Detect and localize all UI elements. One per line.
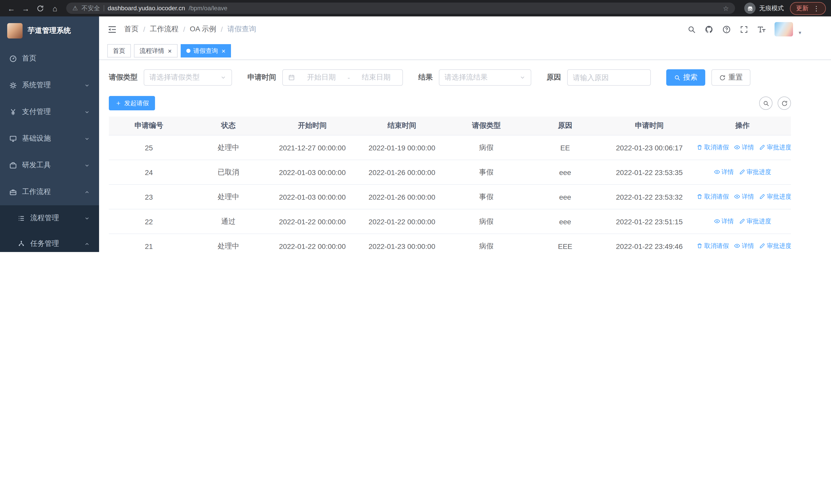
- reason-cell: eee: [525, 217, 605, 226]
- reload-icon[interactable]: [36, 4, 44, 12]
- home-icon[interactable]: ⌂: [49, 4, 61, 12]
- page-content: 请假类型 请选择请假类型 申请时间 开始日期 - 结束日期 结果 请选择流: [99, 60, 831, 252]
- column-header-end-time: 结束时间: [357, 121, 447, 130]
- approval-progress-link[interactable]: 审批进度: [759, 192, 791, 201]
- result-select[interactable]: 请选择流结果: [439, 69, 531, 86]
- status-cell: 通过: [189, 217, 268, 226]
- tab-item[interactable]: 流程详情×: [134, 44, 177, 58]
- detail-link[interactable]: 详情: [714, 168, 734, 177]
- sidebar-item[interactable]: 研发工具: [0, 152, 99, 179]
- filter-bar: 请假类型 请选择请假类型 申请时间 开始日期 - 结束日期 结果 请选择流: [109, 69, 791, 86]
- action-label: 详情: [721, 168, 734, 177]
- detail-link[interactable]: 详情: [734, 242, 754, 250]
- reason-input[interactable]: [567, 69, 651, 86]
- result-placeholder: 请选择流结果: [445, 73, 488, 82]
- forward-icon[interactable]: →: [20, 4, 32, 12]
- edit-icon: [759, 145, 765, 151]
- leave-table: 申请编号状态开始时间结束时间请假类型原因申请时间操作 25处理中2021-12-…: [109, 117, 791, 252]
- more-menu-icon[interactable]: ⋮: [813, 4, 820, 12]
- search-icon[interactable]: [687, 25, 696, 34]
- user-avatar[interactable]: [775, 22, 793, 36]
- help-icon[interactable]: [722, 25, 731, 34]
- action-label: 审批进度: [747, 168, 771, 177]
- search-icon: [763, 100, 769, 107]
- sidebar-item[interactable]: 任务管理: [0, 231, 99, 252]
- sidebar-item[interactable]: 首页: [0, 45, 99, 72]
- browser-chrome: ← → ⌂ ⚠ 不安全 dashboard.yudao.iocoder.cn /…: [0, 0, 831, 17]
- plus-icon: ＋: [115, 98, 122, 108]
- tab-item[interactable]: 首页: [107, 44, 131, 58]
- close-icon[interactable]: ×: [222, 47, 225, 55]
- fullscreen-icon[interactable]: [740, 25, 748, 34]
- table-toolbar: ＋ 发起请假: [109, 96, 791, 110]
- toggle-search-button[interactable]: [759, 96, 773, 110]
- github-icon[interactable]: [705, 25, 713, 34]
- breadcrumb: 首页/工作流程/OA 示例/请假查询: [124, 25, 256, 34]
- column-header-start-time: 开始时间: [268, 121, 357, 130]
- back-icon[interactable]: ←: [5, 4, 18, 12]
- cancel-leave-link[interactable]: 取消请假: [696, 192, 729, 201]
- action-label: 审批进度: [767, 143, 791, 152]
- trash-icon: [696, 194, 703, 200]
- edit-icon: [759, 243, 765, 249]
- leave-type-select[interactable]: 请选择请假类型: [144, 69, 232, 86]
- cancel-leave-link[interactable]: 取消请假: [696, 143, 729, 152]
- column-header-apply-id: 申请编号: [109, 121, 189, 130]
- refresh-table-button[interactable]: [778, 96, 791, 110]
- search-button[interactable]: 搜索: [666, 69, 705, 86]
- address-bar[interactable]: ⚠ 不安全 dashboard.yudao.iocoder.cn /bpm/oa…: [66, 3, 735, 14]
- tab-label: 首页: [113, 47, 125, 55]
- tools-icon: [9, 161, 17, 169]
- column-header-status: 状态: [189, 121, 268, 130]
- tab-item[interactable]: 请假查询×: [180, 44, 231, 58]
- update-button[interactable]: 更新 ⋮: [790, 2, 826, 14]
- tabbar: 首页流程详情×请假查询×: [99, 42, 831, 60]
- detail-link[interactable]: 详情: [734, 192, 754, 201]
- approval-progress-link[interactable]: 审批进度: [739, 168, 771, 177]
- breadcrumb-item[interactable]: 首页: [124, 25, 139, 34]
- font-size-icon[interactable]: [757, 25, 766, 34]
- bookmark-star-icon[interactable]: ☆: [723, 4, 729, 12]
- trash-icon: [696, 243, 703, 249]
- breadcrumb-item[interactable]: OA 示例: [190, 25, 216, 34]
- approval-progress-link[interactable]: 审批进度: [759, 242, 791, 250]
- action-label: 审批进度: [767, 192, 791, 201]
- sidebar-item[interactable]: 工作流程: [0, 179, 99, 205]
- app-logo-row: 芋道管理系统: [0, 17, 99, 45]
- reset-button[interactable]: 重置: [711, 69, 750, 86]
- date-separator: -: [347, 73, 350, 82]
- apply-id-cell: 25: [109, 144, 189, 152]
- action-label: 详情: [742, 242, 754, 250]
- detail-eye-icon: [734, 243, 740, 249]
- calendar-icon: [288, 74, 295, 81]
- detail-link[interactable]: 详情: [734, 143, 754, 152]
- action-label: 详情: [721, 217, 734, 226]
- dashboard-icon: [9, 55, 17, 62]
- start-time-cell: 2022-01-22 00:00:00: [268, 242, 357, 250]
- approval-progress-link[interactable]: 审批进度: [759, 143, 791, 152]
- sidebar-item[interactable]: 支付管理: [0, 98, 99, 125]
- sidebar-item[interactable]: 流程管理: [0, 205, 99, 231]
- apply-time-label: 申请时间: [248, 73, 276, 82]
- approval-progress-link[interactable]: 审批进度: [739, 217, 771, 226]
- infrastructure-icon: [9, 135, 17, 142]
- incognito-circle: [744, 3, 755, 14]
- detail-link[interactable]: 详情: [714, 217, 734, 226]
- sidebar-item[interactable]: 系统管理: [0, 72, 99, 98]
- column-header-leave-type: 请假类型: [447, 121, 525, 130]
- cancel-leave-link[interactable]: 取消请假: [696, 242, 729, 250]
- leave-type-cell: 病假: [447, 241, 525, 251]
- create-leave-button[interactable]: ＋ 发起请假: [109, 96, 155, 110]
- apply-id-cell: 21: [109, 242, 189, 250]
- close-icon[interactable]: ×: [168, 47, 172, 55]
- breadcrumb-item[interactable]: 工作流程: [150, 25, 179, 34]
- column-header-actions: 操作: [694, 121, 791, 130]
- apply-time-range-picker[interactable]: 开始日期 - 结束日期: [282, 69, 403, 86]
- sidebar-fold-icon[interactable]: [107, 24, 117, 34]
- edit-icon: [739, 169, 745, 175]
- end-date-placeholder: 结束日期: [355, 73, 397, 82]
- main-area: 首页/工作流程/OA 示例/请假查询 ▾ 首页流程详情×请假查询× 请假类型: [99, 17, 831, 252]
- reason-cell: EEE: [525, 242, 605, 250]
- sidebar-item-label: 研发工具: [22, 161, 51, 170]
- sidebar-item[interactable]: 基础设施: [0, 125, 99, 152]
